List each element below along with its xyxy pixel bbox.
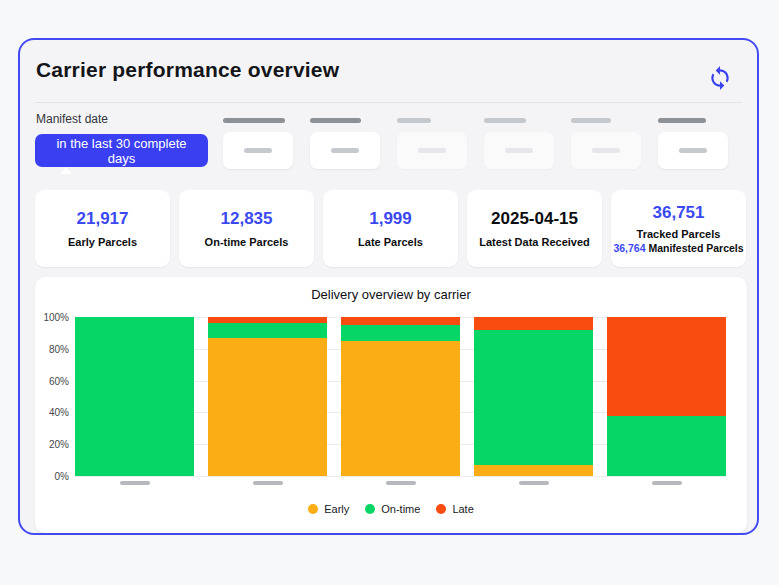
skeleton-value-dash xyxy=(505,148,533,153)
y-axis-tick: 100% xyxy=(43,312,69,323)
filter-skeleton-5 xyxy=(571,118,641,169)
bar-segment-late xyxy=(474,317,593,330)
x-label-slot xyxy=(607,481,726,485)
stat-value: 36,751 xyxy=(653,203,705,223)
legend-dot xyxy=(436,504,446,514)
bar-segment-on-time xyxy=(341,325,460,341)
skeleton-filter-card[interactable] xyxy=(310,132,380,169)
bars-container xyxy=(75,317,726,476)
filter-skeleton-2 xyxy=(310,118,380,169)
bar-segment-late xyxy=(341,317,460,325)
x-label-skeleton-dash xyxy=(519,481,549,485)
filter-skeleton-row xyxy=(223,118,728,169)
skeleton-filter-card[interactable] xyxy=(397,132,467,169)
skeleton-label-bar xyxy=(310,118,361,123)
filter-skeleton-3 xyxy=(397,118,467,169)
y-axis-tick: 0% xyxy=(55,471,69,482)
bar-carrier-3 xyxy=(341,317,460,476)
skeleton-label-bar xyxy=(397,118,431,123)
manifest-date-label: Manifest date xyxy=(36,112,108,126)
stat-label: On-time Parcels xyxy=(205,236,289,248)
stat-label: Early Parcels xyxy=(68,236,137,248)
legend-label: Early xyxy=(324,503,349,515)
x-label-skeleton-dash xyxy=(120,481,150,485)
chart-title: Delivery overview by carrier xyxy=(35,287,747,302)
bar-segment-on-time xyxy=(208,323,327,337)
x-label-slot xyxy=(208,481,327,485)
y-axis-tick: 20% xyxy=(49,439,69,450)
bar-segment-on-time xyxy=(474,330,593,465)
filter-skeleton-1 xyxy=(223,118,293,169)
bar-carrier-4 xyxy=(474,317,593,476)
skeleton-value-dash xyxy=(418,148,446,153)
stat-card-ontime-parcels: 12,835 On-time Parcels xyxy=(179,190,314,267)
bar-carrier-1 xyxy=(75,317,194,476)
page-title: Carrier performance overview xyxy=(36,58,339,82)
skeleton-value-dash xyxy=(679,148,707,153)
skeleton-filter-card[interactable] xyxy=(223,132,293,169)
refresh-button[interactable] xyxy=(704,62,736,94)
y-axis-tick: 60% xyxy=(49,375,69,386)
filter-skeleton-4 xyxy=(484,118,554,169)
bar-segment-on-time xyxy=(607,416,726,476)
filter-skeleton-6 xyxy=(658,118,728,169)
manifested-count: 36,764 xyxy=(613,242,645,254)
stat-value: 12,835 xyxy=(221,209,273,229)
legend-label: On-time xyxy=(381,503,420,515)
legend-dot xyxy=(365,504,375,514)
bar-segment-late xyxy=(607,317,726,416)
plot-area: 100%80%60%40%20%0% xyxy=(75,317,726,476)
delivery-overview-chart: Delivery overview by carrier 100%80%60%4… xyxy=(35,277,747,533)
bar-carrier-5 xyxy=(607,317,726,476)
x-label-skeleton-dash xyxy=(386,481,416,485)
dashboard-card: Carrier performance overview Manifest da… xyxy=(18,38,759,535)
y-axis-tick: 40% xyxy=(49,407,69,418)
skeleton-value-dash xyxy=(244,148,272,153)
bar-segment-on-time xyxy=(75,317,194,476)
manifested-label: Manifested Parcels xyxy=(648,242,743,254)
skeleton-filter-card[interactable] xyxy=(658,132,728,169)
skeleton-label-bar xyxy=(658,118,706,123)
legend-label: Late xyxy=(452,503,473,515)
stat-value: 2025-04-15 xyxy=(491,209,578,229)
popover-arrow xyxy=(60,167,72,174)
bar-segment-early xyxy=(341,341,460,476)
chart-legend: EarlyOn-timeLate xyxy=(35,503,747,515)
stat-label: Latest Data Received xyxy=(479,236,590,248)
x-label-slot xyxy=(75,481,194,485)
x-axis-label-row xyxy=(75,481,726,485)
stat-card-late-parcels: 1,999 Late Parcels xyxy=(323,190,458,267)
bar-segment-early xyxy=(474,465,593,476)
legend-item-early[interactable]: Early xyxy=(308,503,349,515)
stat-label: Late Parcels xyxy=(358,236,423,248)
x-label-skeleton-dash xyxy=(652,481,682,485)
skeleton-value-dash xyxy=(592,148,620,153)
bar-carrier-2 xyxy=(208,317,327,476)
stats-row: 21,917 Early Parcels 12,835 On-time Parc… xyxy=(35,190,746,267)
x-label-slot xyxy=(341,481,460,485)
y-axis-tick: 80% xyxy=(49,343,69,354)
gridline xyxy=(75,476,726,477)
stat-value: 21,917 xyxy=(77,209,129,229)
header-divider xyxy=(35,102,742,103)
skeleton-value-dash xyxy=(331,148,359,153)
stat-subline: 36,764 Manifested Parcels xyxy=(613,242,743,254)
skeleton-label-bar xyxy=(484,118,526,123)
legend-item-on-time[interactable]: On-time xyxy=(365,503,420,515)
skeleton-filter-card[interactable] xyxy=(571,132,641,169)
x-label-skeleton-dash xyxy=(253,481,283,485)
stat-card-latest-data: 2025-04-15 Latest Data Received xyxy=(467,190,602,267)
refresh-icon xyxy=(707,65,733,91)
skeleton-label-bar xyxy=(223,118,285,123)
x-label-slot xyxy=(474,481,593,485)
stat-card-tracked-parcels: 36,751 Tracked Parcels 36,764 Manifested… xyxy=(611,190,746,267)
skeleton-filter-card[interactable] xyxy=(484,132,554,169)
stat-label: Tracked Parcels xyxy=(637,228,721,240)
manifest-date-filter-button[interactable]: in the last 30 complete days xyxy=(35,134,208,167)
bar-segment-early xyxy=(208,338,327,476)
stat-card-early-parcels: 21,917 Early Parcels xyxy=(35,190,170,267)
skeleton-label-bar xyxy=(571,118,611,123)
legend-dot xyxy=(308,504,318,514)
stat-value: 1,999 xyxy=(369,209,412,229)
legend-item-late[interactable]: Late xyxy=(436,503,473,515)
